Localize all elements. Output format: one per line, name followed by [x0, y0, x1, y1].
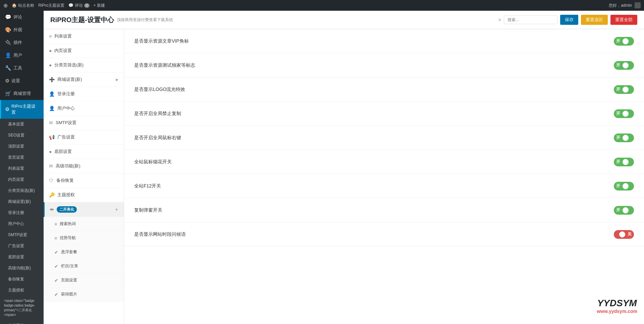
toggle-greeting[interactable]: 关	[614, 230, 634, 239]
dot-icon-inner: ●	[49, 48, 52, 53]
nav-backup-label: 备份恢复	[56, 177, 74, 183]
nav-category-label: 分类页筛选(新)	[54, 62, 84, 68]
new-post-button[interactable]: + 新建	[94, 3, 105, 8]
setting-row-copy-popup: 复制弹窗开关 开	[124, 198, 644, 222]
nav-column-article[interactable]: ✔ 栏目/文章	[44, 259, 124, 273]
list-icon: ≡	[49, 34, 52, 39]
site-home[interactable]: 🏠 站点名称	[12, 3, 34, 8]
sidebar-item-comments[interactable]: 💬 评论	[0, 11, 44, 23]
toggle-logo-glow[interactable]: 开	[614, 85, 634, 94]
nav-youshi-nav[interactable]: ≡ 优势导航	[44, 231, 124, 245]
subnav-advanced[interactable]: 高级功能(新)	[0, 263, 44, 274]
nav-shop-settings[interactable]: ➕ 商城设置(新) ▶	[44, 72, 124, 87]
toggle-switch-exclusive[interactable]: 开	[614, 61, 634, 70]
nav-usercenter-settings[interactable]: 👤 用户中心	[44, 101, 124, 116]
toggle-switch-rightclick[interactable]: 开	[614, 133, 634, 142]
subnav-inner[interactable]: 内页设置	[0, 174, 44, 185]
nav-erjin-settings[interactable]: ✏ 二开美化 ▼	[44, 202, 124, 217]
sidebar-item-settings[interactable]: ⚙ 设置	[0, 74, 44, 87]
theme-settings-link[interactable]: RiPro主题设置	[38, 3, 64, 8]
sidebar-item-users[interactable]: 👤 用户	[0, 49, 44, 62]
search-input[interactable]	[504, 15, 557, 24]
comments-link[interactable]: 💬 评论 0	[68, 3, 90, 8]
content-layout: ≡ 列表设置 ● 内页设置 ● 分类页筛选(新) ➕ 商城设置(新) ▶ �	[44, 29, 644, 324]
nav-category-settings[interactable]: ● 分类页筛选(新)	[44, 58, 124, 72]
setting-row-exclusive: 是否显示资源测试独家等标志 开	[124, 53, 644, 77]
subnav-smtp[interactable]: SMTP设置	[0, 229, 44, 240]
save-button[interactable]: 保存	[560, 15, 578, 25]
subnav-collapse[interactable]: 收起菜单	[0, 320, 44, 324]
chevron-right-icon: ▶	[116, 77, 118, 82]
sidebar-item-appearance[interactable]: 🎨 外观	[0, 23, 44, 36]
subnav-category[interactable]: 分类页筛选(新)	[0, 185, 44, 196]
toggle-off-label: 关	[627, 231, 633, 237]
comments-label: 评论	[75, 3, 83, 8]
toggle-on-label-8: 开	[615, 207, 621, 213]
toggle-fireworks[interactable]: 开	[614, 158, 634, 166]
subnav-top[interactable]: 顶部设置	[0, 141, 44, 152]
toggle-copy-popup[interactable]: 开	[614, 206, 634, 215]
toggle-switch-f12[interactable]: 开	[614, 182, 634, 191]
nav-smtp-settings[interactable]: ✉ SMTP设置	[44, 116, 124, 130]
erjin-subnav: ≡ 搜索热词 ≡ 优势导航 ✔ 悬浮套餐 ✔ 栏目/文章	[44, 217, 124, 302]
subnav-erjin-html[interactable]: <span class="badge badge-radius badge-pr…	[0, 296, 44, 320]
comment-icon: 💬	[68, 3, 73, 8]
nav-advanced-settings[interactable]: ✉ 高级功能(新)	[44, 159, 124, 173]
toggle-knob-8	[623, 207, 629, 213]
reset-all-button[interactable]: 重置全部	[610, 15, 637, 25]
users-icon: 👤	[5, 52, 11, 58]
subnav-list[interactable]: 列表设置	[0, 163, 44, 174]
nav-usercenter-label: 用户中心	[57, 105, 75, 111]
subnav-footer[interactable]: 底部设置	[0, 252, 44, 263]
nav-themeauth-settings[interactable]: 🔑 主题授权	[44, 188, 124, 202]
nav-list-label: 列表设置	[54, 33, 72, 39]
home-icon: 🏠	[12, 3, 17, 8]
wp-logo[interactable]: ⊕	[3, 2, 8, 9]
nav-list-settings[interactable]: ≡ 列表设置	[44, 29, 124, 44]
subnav-login[interactable]: 登录注册	[0, 207, 44, 218]
toggle-f12[interactable]: 开	[614, 182, 634, 191]
toggle-switch-fireworks[interactable]: 开	[614, 158, 634, 166]
nav-backup-settings[interactable]: 🛡 备份恢复	[44, 173, 124, 188]
nav-login-settings[interactable]: 👤 登录注册	[44, 87, 124, 101]
toggle-vip-badge[interactable]: 开	[614, 37, 634, 46]
toggle-switch-vip[interactable]: 开	[614, 37, 634, 46]
nav-footer-settings[interactable]: ● 底部设置	[44, 145, 124, 159]
subnav-themeauth[interactable]: 主题授权	[0, 285, 44, 296]
sidebar-item-ripro[interactable]: ⚙ RiPro主题设置	[0, 100, 44, 119]
toggle-no-copy[interactable]: 开	[614, 109, 634, 118]
avatar	[635, 2, 641, 8]
toggle-on-label-4: 开	[615, 111, 621, 116]
toggle-switch-logo[interactable]: 开	[614, 85, 634, 94]
toggle-right-click[interactable]: 开	[614, 133, 634, 142]
subnav-usercenter[interactable]: 用户中心	[0, 218, 44, 229]
toggle-switch-copy[interactable]: 开	[614, 109, 634, 118]
nav-search-hot[interactable]: ≡ 搜索热词	[44, 217, 124, 231]
sidebar-label-ripro: RiPro主题设置	[11, 103, 40, 115]
toggle-on-label-2: 开	[615, 62, 621, 68]
subnav-seo[interactable]: SEO设置	[0, 130, 44, 141]
subnav-backup[interactable]: 备份恢复	[0, 274, 44, 285]
nav-search-hot-label: 搜索热词	[60, 221, 76, 227]
toggle-switch-copypopup[interactable]: 开	[614, 206, 634, 215]
sidebar-item-tools[interactable]: 🔧 工具	[0, 62, 44, 74]
nav-page-settings[interactable]: ✔ 页面设置	[44, 273, 124, 287]
toggle-knob-2	[623, 62, 629, 68]
sidebar-item-shop[interactable]: 🛒 商城管理	[0, 87, 44, 100]
sidebar-label-tools: 工具	[13, 65, 22, 71]
nav-article-img[interactable]: ✔ 获得图片	[44, 287, 124, 302]
nav-inner-settings[interactable]: ● 内页设置	[44, 44, 124, 58]
subnav-shop-settings[interactable]: 商城设置(新)	[0, 196, 44, 207]
toggle-exclusive[interactable]: 开	[614, 61, 634, 70]
subnav-basic[interactable]: 基本设置	[0, 119, 44, 130]
settings-content: 是否显示资源文章VIP角标 开 是否显示资源测试独家等标志 开	[124, 29, 644, 324]
toggle-on-label: 开	[615, 38, 621, 44]
toggle-switch-greeting[interactable]: 关	[614, 230, 634, 239]
reset-section-button[interactable]: 重置选区	[581, 15, 608, 25]
subnav-home[interactable]: 首页设置	[0, 152, 44, 163]
subnav-ads[interactable]: 广告设置	[0, 240, 44, 252]
sidebar-item-plugins[interactable]: 🔌 插件	[0, 36, 44, 49]
setting-label-f12: 全站F12开关	[134, 183, 607, 189]
nav-floating-pkg[interactable]: ✔ 悬浮套餐	[44, 245, 124, 259]
nav-ads-settings[interactable]: 📢 广告设置	[44, 130, 124, 145]
